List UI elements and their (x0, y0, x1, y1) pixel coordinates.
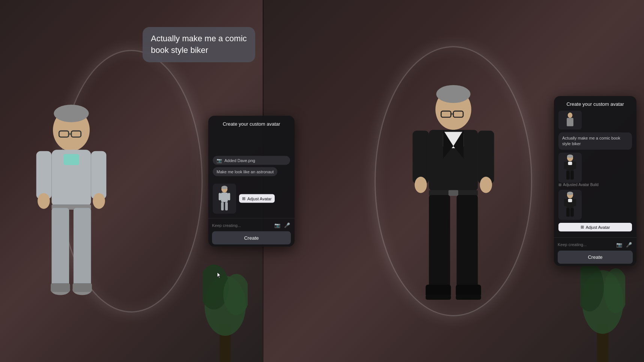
adjust-icon: ⊞ (242, 196, 245, 201)
svg-point-59 (568, 113, 572, 118)
left-avatar-panel: Create your custom avatar 📷 Added Dave.p… (208, 116, 295, 246)
right-panel-thumb-top (558, 111, 582, 129)
svg-rect-76 (574, 199, 576, 206)
svg-point-53 (221, 186, 227, 189)
camera-icon-small: 📷 (217, 158, 222, 163)
right-create-button[interactable]: Create (558, 251, 633, 264)
adjust-avatar-button[interactable]: ⊞ Adjust Avatar (239, 194, 275, 203)
svg-rect-15 (73, 283, 92, 292)
section-label: ⊞ Adjusted Avatar Build (558, 183, 632, 187)
right-panel-input-area: 📷 🎤 Create (554, 237, 636, 266)
svg-rect-54 (221, 192, 228, 202)
svg-rect-44 (412, 131, 429, 183)
svg-point-18 (38, 193, 50, 209)
right-avatar-thumbnail-2 (558, 190, 582, 220)
svg-rect-14 (51, 283, 70, 292)
svg-point-4 (54, 105, 89, 122)
svg-rect-66 (570, 171, 574, 179)
svg-rect-39 (457, 195, 478, 289)
svg-rect-57 (219, 193, 221, 200)
adjust-btn-label: Adjust Avatar (247, 196, 272, 201)
create-button[interactable]: Create (212, 231, 291, 244)
right-adjust-area: ⊞ Adjust Avatar (554, 223, 636, 237)
history-added-text: Added Dave.png (224, 158, 255, 162)
right-avatar-panel: Create your custom avatar Actually make … (554, 96, 636, 266)
svg-rect-16 (36, 151, 52, 199)
svg-rect-67 (564, 162, 566, 169)
right-panel-section-2 (558, 190, 632, 220)
input-row: 📷 🎤 (212, 221, 291, 229)
svg-rect-60 (567, 118, 573, 126)
right-adjust-label: Adjust Avatar (586, 225, 610, 230)
chat-bubble: Actually make me a comic book style bike… (143, 27, 255, 62)
avatar-thumbnail (213, 183, 236, 213)
right-adjust-button[interactable]: ⊞ Adjust Avatar (558, 223, 632, 231)
svg-rect-55 (221, 202, 224, 210)
svg-rect-72 (568, 199, 572, 202)
right-avatar-thumbnail (558, 153, 582, 183)
svg-rect-42 (426, 295, 451, 300)
svg-point-70 (567, 192, 573, 195)
avatar-preview-row: ⊞ Adjust Avatar (213, 183, 290, 213)
avatar-astronaut (23, 99, 120, 362)
svg-point-19 (93, 193, 105, 209)
svg-rect-56 (225, 202, 228, 210)
svg-point-47 (480, 177, 492, 193)
svg-rect-43 (456, 295, 481, 300)
svg-point-27 (436, 85, 470, 103)
plant-left (203, 249, 248, 362)
left-panel-input-area: 📷 🎤 Create (208, 218, 295, 246)
history-prompt-text: Make me look like an astronaut (213, 167, 277, 176)
history-added-item: 📷 Added Dave.png (213, 156, 290, 165)
svg-rect-65 (566, 171, 570, 179)
right-panel-avatar-section: ⊞ Adjusted Avatar Build (558, 153, 632, 187)
svg-point-46 (415, 177, 427, 193)
avatar-biker (397, 77, 510, 362)
grid-icon: ⊞ (558, 183, 561, 187)
right-mic-button[interactable]: 🎤 (625, 241, 633, 248)
svg-rect-6 (63, 154, 79, 165)
right-panel-title: Create your custom avatar (554, 96, 636, 111)
svg-rect-58 (228, 193, 230, 200)
right-camera-button[interactable]: 📷 (615, 241, 623, 248)
svg-rect-38 (429, 195, 450, 289)
mic-button[interactable]: 🎤 (283, 221, 291, 229)
svg-rect-73 (566, 208, 570, 216)
svg-rect-75 (564, 199, 566, 206)
svg-rect-64 (568, 162, 572, 165)
svg-rect-10 (52, 208, 69, 287)
right-keep-creating-input[interactable] (558, 242, 613, 247)
chat-bubble-text: Actually make me a comic book style bike… (151, 34, 247, 55)
right-input-row: 📷 🎤 (558, 241, 633, 248)
keep-creating-input[interactable] (212, 223, 271, 227)
left-avatar-panel-container: Create your custom avatar 📷 Added Dave.p… (208, 116, 295, 246)
left-panel-title: Create your custom avatar (208, 116, 295, 130)
camera-button[interactable]: 📷 (274, 221, 281, 229)
svg-point-62 (567, 155, 573, 158)
svg-rect-17 (91, 151, 107, 199)
right-adjust-icon: ⊞ (581, 225, 584, 230)
svg-rect-74 (570, 208, 574, 216)
left-panel-content: 📷 Added Dave.png Make me look like an as… (208, 130, 295, 181)
plant-right (580, 249, 625, 362)
scene-background (0, 0, 644, 362)
section-label-text: Adjusted Avatar Build (563, 183, 599, 187)
svg-rect-37 (448, 190, 458, 196)
svg-rect-68 (574, 162, 576, 169)
right-panel-message: Actually make me a comic book style bike… (558, 132, 632, 150)
svg-rect-11 (74, 208, 91, 287)
svg-rect-45 (478, 131, 494, 183)
